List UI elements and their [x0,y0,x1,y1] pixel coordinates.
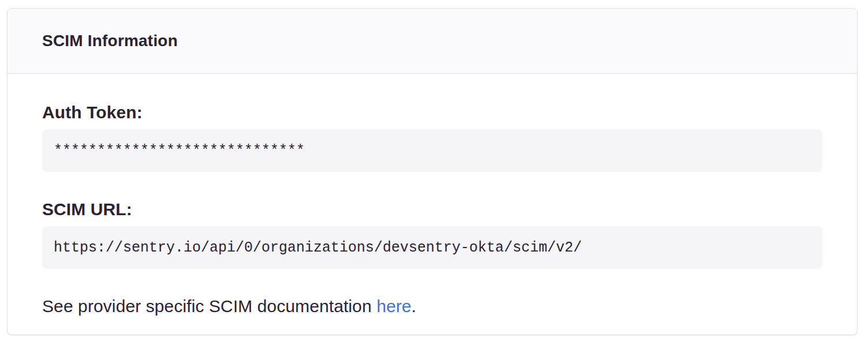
auth-token-value-field: ***************************** [42,129,822,172]
panel-header: SCIM Information [8,9,857,74]
scim-information-panel: SCIM Information Auth Token: ***********… [7,8,858,335]
scim-url-value-field: https://sentry.io/api/0/organizations/de… [42,226,822,269]
panel-title: SCIM Information [42,32,178,50]
note-text-before-link: See provider specific SCIM documentation [42,297,376,316]
scim-documentation-note: See provider specific SCIM documentation… [42,297,822,316]
auth-token-label: Auth Token: [42,103,822,122]
panel-body: Auth Token: ****************************… [8,74,857,335]
scim-url-label: SCIM URL: [42,200,822,219]
note-text-after-link: . [411,297,416,316]
scim-documentation-link[interactable]: here [376,297,411,316]
